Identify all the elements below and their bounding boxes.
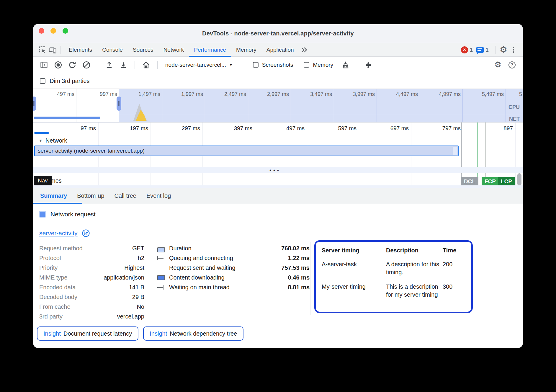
minimize-window-button[interactable] <box>50 28 56 34</box>
device-toolbar-icon[interactable] <box>48 45 58 55</box>
minimap-tick: 5,497 ms <box>482 91 504 97</box>
download-profile-icon[interactable] <box>117 59 129 71</box>
minimap-tick: 3,997 ms <box>353 91 375 97</box>
insight-network-dependency-tree-button[interactable]: Insight Network dependency tree <box>143 326 243 341</box>
ruler-tick: 97 ms <box>81 125 96 132</box>
minimap-right-handle[interactable] <box>117 97 121 111</box>
reload-record-icon[interactable] <box>66 59 78 71</box>
ruler-tick: 897 <box>503 125 513 132</box>
request-link[interactable]: server-activity <box>39 230 78 237</box>
insight-document-request-latency-button[interactable]: Insight Document request latency <box>37 326 138 341</box>
screenshots-label: Screenshots <box>262 62 293 68</box>
tab-console[interactable]: Console <box>97 43 128 57</box>
maximize-window-button[interactable] <box>63 28 68 34</box>
dim-third-parties-row: Dim 3rd parties <box>33 73 523 89</box>
server-timing-name: A-server-task <box>322 260 384 283</box>
devtools-window: DevTools - node-server-tan.vercel.app/se… <box>33 24 523 348</box>
upload-profile-icon[interactable] <box>103 59 115 71</box>
tab-application[interactable]: Application <box>261 43 299 57</box>
toggle-sidebar-icon[interactable] <box>38 59 50 71</box>
waiting-swatch-icon <box>157 247 165 252</box>
downloading-swatch-icon <box>157 275 165 280</box>
request-main-thread-tail <box>453 147 457 155</box>
minimap-tick: 1,497 ms <box>138 91 160 97</box>
server-timing-header: Server timing <box>322 246 384 260</box>
tab-elements[interactable]: Elements <box>64 43 97 57</box>
column-divider <box>310 242 310 315</box>
minimap-tick-partial: 5 <box>519 91 522 97</box>
devtools-tab-bar: Elements Console Sources Network Perform… <box>33 43 523 57</box>
garbage-collect-icon[interactable] <box>340 59 351 71</box>
dim-third-parties-checkbox[interactable] <box>40 78 45 84</box>
memory-checkbox[interactable]: Memory <box>304 62 333 68</box>
target-dropdown[interactable]: node-server-tan.vercel... ▼ <box>165 62 233 68</box>
close-window-button[interactable] <box>39 28 44 34</box>
memory-label: Memory <box>313 62 333 68</box>
network-request-swatch-icon <box>39 211 46 218</box>
timeline-scrollbar-thumb[interactable] <box>517 173 521 186</box>
ruler-tick: 597 ms <box>338 125 357 132</box>
home-icon[interactable] <box>140 59 152 71</box>
performance-settings-gear-icon[interactable]: ⚙ <box>492 59 504 71</box>
minimap-tick: 497 ms <box>57 91 74 97</box>
legend-label: Network request <box>50 211 96 218</box>
property-row: MIME typeapplication/json <box>39 273 144 282</box>
tab-call-tree[interactable]: Call tree <box>109 188 141 204</box>
issues-count: 1 <box>485 47 489 53</box>
property-row: Request methodGET <box>39 244 144 253</box>
time-header: Time <box>443 246 466 260</box>
error-count: 1 <box>470 47 473 53</box>
record-icon[interactable] <box>52 59 64 71</box>
tab-bottom-up[interactable]: Bottom-up <box>72 188 109 204</box>
server-timing-table: Server timing Description Time A-server-… <box>314 240 473 313</box>
ruler-tick: 297 ms <box>182 125 200 132</box>
request-link-row: server-activity <box>39 229 90 237</box>
timing-row: Waiting on main thread8.81 ms <box>157 282 310 292</box>
minimap-tick: 2,497 ms <box>224 91 246 97</box>
lcp-badge[interactable]: LCP <box>498 177 515 186</box>
target-dropdown-label: node-server-tan.vercel... <box>165 62 226 68</box>
collapse-sections-icon[interactable] <box>362 59 374 71</box>
queuing-whisker-icon <box>157 256 163 260</box>
ruler-tick: 197 ms <box>130 125 148 132</box>
network-request-bar-label: server-activity (node-server-tan.vercel.… <box>38 148 145 154</box>
minimap-left-handle[interactable] <box>33 97 36 111</box>
timing-row: Duration768.02 ms <box>157 244 310 253</box>
help-icon[interactable]: ? <box>506 59 518 71</box>
settings-gear-icon[interactable]: ⚙ <box>498 45 508 55</box>
legend-row: Network request <box>39 211 96 218</box>
cpu-activity-graph <box>132 102 153 121</box>
server-timing-description: A description for this timing. <box>386 260 440 283</box>
tab-sources[interactable]: Sources <box>128 43 158 57</box>
checkbox-icon <box>253 62 259 68</box>
tab-performance[interactable]: Performance <box>189 43 231 57</box>
description-header: Description <box>386 246 440 260</box>
net-lane-label: NET <box>509 116 520 122</box>
tab-network[interactable]: Network <box>158 43 189 57</box>
dcl-badge[interactable]: DCL <box>461 177 478 186</box>
ruler-tick: 697 ms <box>390 125 409 132</box>
column-divider <box>152 242 152 315</box>
collapsed-tracks-row[interactable]: ••• <box>33 167 523 173</box>
tab-summary[interactable]: Summary <box>35 188 72 204</box>
network-request-bar[interactable]: server-activity (node-server-tan.vercel.… <box>34 146 459 156</box>
fcp-badge[interactable]: FCP <box>482 177 499 186</box>
divider <box>157 61 158 69</box>
timeline-minimap[interactable]: 497 ms 997 ms 1,497 ms 1,997 ms 2,497 ms… <box>33 89 523 122</box>
divider <box>135 61 135 69</box>
tab-memory[interactable]: Memory <box>231 43 261 57</box>
clear-icon[interactable] <box>81 59 92 71</box>
divider <box>60 46 61 54</box>
server-timing-description: This is a description for my server timi… <box>386 283 440 305</box>
disclosure-triangle-icon: ▼ <box>39 138 42 143</box>
screenshots-checkbox[interactable]: Screenshots <box>253 62 293 68</box>
dock-menu-icon[interactable] <box>508 45 519 55</box>
network-track-header[interactable]: ▼ Network <box>39 137 67 144</box>
tab-event-log[interactable]: Event log <box>141 188 176 204</box>
cpu-lane-label: CPU <box>508 104 520 110</box>
inspect-element-icon[interactable] <box>37 45 48 55</box>
more-tabs-icon[interactable] <box>299 45 309 55</box>
error-count-icon[interactable]: × <box>461 46 468 53</box>
issues-icon[interactable] <box>476 47 484 53</box>
reveal-in-network-icon[interactable] <box>82 229 90 237</box>
